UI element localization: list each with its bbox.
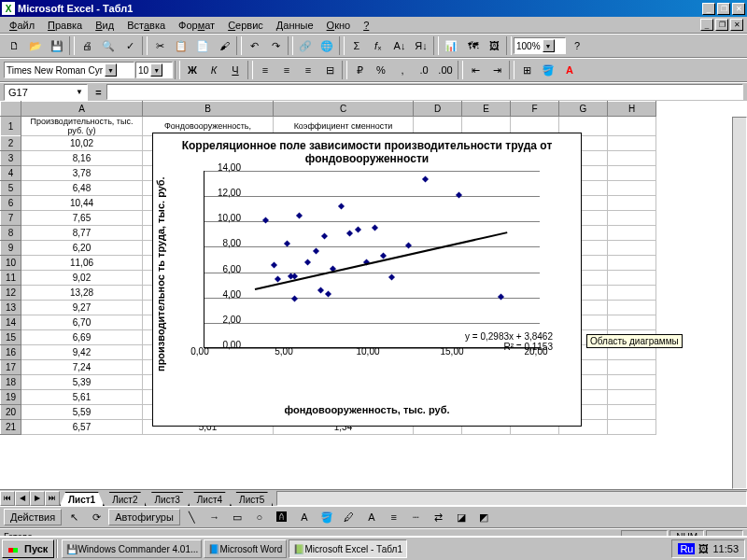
menu-format[interactable]: Формат (173, 19, 220, 32)
system-tray[interactable]: Ru 🖼 11:53 (671, 539, 745, 558)
sheet-tab-2[interactable]: Лист2 (104, 492, 146, 506)
percent-button[interactable]: % (371, 61, 391, 80)
x-axis-label: фондовооруженность, тыс. руб. (153, 382, 581, 415)
map-button[interactable]: 🗺 (462, 36, 483, 56)
cut-button[interactable]: ✂ (149, 36, 170, 56)
inc-decimal-button[interactable]: .0 (414, 61, 434, 80)
name-box[interactable]: G17▼ (4, 84, 88, 101)
doc-restore-button[interactable]: ❐ (715, 19, 728, 31)
close-button[interactable]: ✕ (732, 3, 745, 15)
line-color-button[interactable]: 🖊 (339, 508, 359, 527)
wordart-button[interactable]: А (294, 508, 315, 527)
font-color-button2[interactable]: A (361, 508, 382, 527)
oval-button[interactable]: ○ (249, 508, 270, 527)
borders-button[interactable]: ⊞ (516, 61, 537, 80)
align-right-button[interactable]: ≡ (298, 61, 318, 80)
spell-button[interactable]: ✓ (120, 36, 140, 56)
menu-window[interactable]: Окно (321, 19, 357, 32)
menu-view[interactable]: Вид (90, 19, 120, 32)
tab-last-button[interactable]: ⏭ (45, 491, 60, 506)
bold-button[interactable]: Ж (182, 61, 203, 80)
font-size-combo[interactable]: 10▼ (135, 62, 173, 78)
vertical-scrollbar[interactable] (732, 117, 747, 489)
copy-button[interactable]: 📋 (171, 36, 191, 56)
menu-data[interactable]: Данные (271, 19, 319, 32)
chart-tooltip: Область диаграммы (586, 334, 683, 348)
doc-close-button[interactable]: ✕ (730, 19, 743, 31)
taskbar-item[interactable]: 📗 Microsoft Excel - Табл1 (289, 539, 407, 558)
start-button[interactable]: Пуск (2, 539, 54, 558)
menu-edit[interactable]: Правка (42, 19, 88, 32)
line-button[interactable]: ╲ (182, 508, 203, 527)
rotate-button[interactable]: ⟳ (86, 508, 106, 527)
line-style-button[interactable]: ≡ (384, 508, 404, 527)
font-color-button[interactable]: A (559, 61, 580, 80)
textbox-button[interactable]: 🅰 (272, 508, 292, 527)
web-button[interactable]: 🌐 (317, 36, 337, 56)
align-left-button[interactable]: ≡ (255, 61, 275, 80)
dec-indent-button[interactable]: ⇤ (465, 61, 486, 80)
excel-icon: X (2, 2, 15, 15)
rect-button[interactable]: ▭ (227, 508, 247, 527)
menu-insert[interactable]: Вставка (121, 19, 171, 32)
sort-asc-button[interactable]: A↓ (389, 36, 410, 56)
undo-button[interactable]: ↶ (244, 36, 264, 56)
sheet-tab-5[interactable]: Лист5 (231, 492, 273, 506)
arrow-button[interactable]: → (204, 508, 225, 527)
inc-indent-button[interactable]: ⇥ (486, 61, 507, 80)
taskbar-item[interactable]: 📘 Microsoft Word (204, 539, 287, 558)
open-button[interactable]: 📂 (25, 36, 46, 56)
sheet-tab-1[interactable]: Лист1 (60, 492, 104, 506)
new-button[interactable]: 🗋 (4, 36, 24, 56)
sheet-tab-4[interactable]: Лист4 (189, 492, 231, 506)
font-name-combo[interactable]: Times New Roman Cyr▼ (4, 62, 134, 78)
format-painter-button[interactable]: 🖌 (214, 36, 234, 56)
merge-button[interactable]: ⊟ (319, 61, 340, 80)
tab-next-button[interactable]: ▶ (30, 491, 45, 506)
tab-prev-button[interactable]: ◀ (15, 491, 30, 506)
help-button[interactable]: ? (567, 36, 587, 56)
autosum-button[interactable]: Σ (346, 36, 367, 56)
chart-button[interactable]: 📊 (441, 36, 461, 56)
3d-button[interactable]: ◩ (473, 508, 494, 527)
save-button[interactable]: 💾 (47, 36, 67, 56)
drawing-button[interactable]: 🖼 (484, 36, 504, 56)
formula-input[interactable] (106, 84, 743, 100)
fill-button[interactable]: 🪣 (317, 508, 337, 527)
maximize-button[interactable]: ❐ (717, 3, 730, 15)
underline-button[interactable]: Ч (225, 61, 246, 80)
select-button[interactable]: ↖ (63, 508, 84, 527)
comma-button[interactable]: , (392, 61, 413, 80)
shadow-button[interactable]: ◪ (451, 508, 472, 527)
tab-first-button[interactable]: ⏮ (0, 491, 15, 506)
sheet-tab-3[interactable]: Лист3 (146, 492, 188, 506)
print-button[interactable]: 🖨 (77, 36, 97, 56)
redo-button[interactable]: ↷ (265, 36, 286, 56)
menu-tools[interactable]: Сервис (222, 19, 269, 32)
horizontal-scrollbar[interactable] (276, 491, 747, 506)
dash-button[interactable]: ┈ (406, 508, 427, 527)
fill-color-button[interactable]: 🪣 (538, 61, 558, 80)
autoshapes-menu[interactable]: Автофигуры (108, 509, 180, 525)
dec-decimal-button[interactable]: .00 (435, 61, 456, 80)
clock: 11:53 (712, 543, 739, 554)
actions-menu[interactable]: Действия (4, 509, 62, 525)
align-center-button[interactable]: ≡ (276, 61, 297, 80)
zoom-combo[interactable]: 100%▼ (514, 37, 566, 54)
doc-minimize-button[interactable]: _ (700, 19, 713, 31)
menu-file[interactable]: Файл (4, 19, 40, 32)
spreadsheet-grid[interactable]: ABCDEFGH 1Производительность, тыс. руб. … (0, 101, 656, 136)
paste-button[interactable]: 📄 (192, 36, 213, 56)
arrow-style-button[interactable]: ⇄ (429, 508, 449, 527)
minimize-button[interactable]: _ (702, 3, 715, 15)
chart[interactable]: Корреляционное поле зависимости производ… (152, 133, 582, 427)
preview-button[interactable]: 🔍 (98, 36, 119, 56)
currency-button[interactable]: ₽ (349, 61, 370, 80)
taskbar-item[interactable]: 💾 Windows Commander 4.01... (62, 539, 202, 558)
menu-help[interactable]: ? (358, 19, 374, 32)
sort-desc-button[interactable]: Я↓ (411, 36, 431, 56)
function-button[interactable]: fₓ (368, 36, 388, 56)
lang-indicator[interactable]: Ru (678, 543, 695, 554)
hyperlink-button[interactable]: 🔗 (295, 36, 316, 56)
italic-button[interactable]: К (204, 61, 224, 80)
